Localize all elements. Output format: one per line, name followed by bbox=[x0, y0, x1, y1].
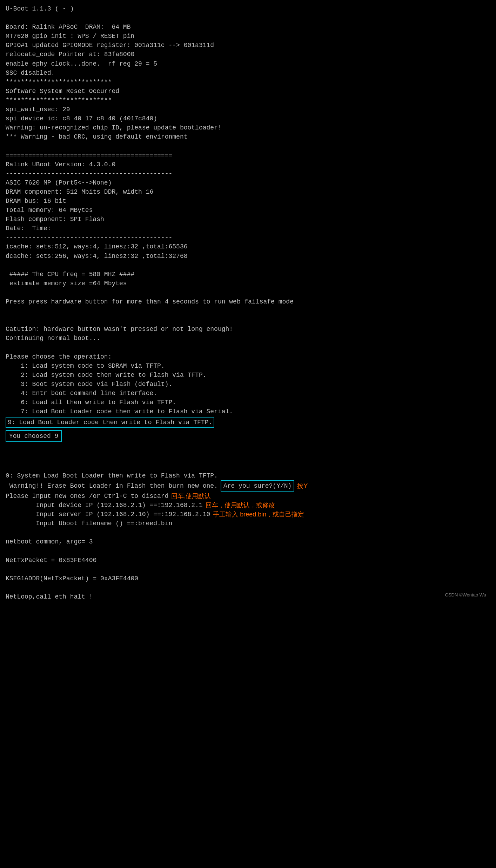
csdn-watermark: CSDN ©Wentao Wu bbox=[445, 592, 486, 599]
blank-line8 bbox=[6, 443, 490, 453]
memory-size-line: estimate memory size =64 Mbytes bbox=[6, 279, 490, 288]
warning-erase-text: Warning!! Erase Boot Loader in Flash the… bbox=[6, 481, 218, 490]
blank-line bbox=[6, 13, 490, 22]
press-hardware-line: Press press hardware button for more tha… bbox=[6, 297, 490, 306]
separator1-line: ========================================… bbox=[6, 151, 490, 160]
blank-line3 bbox=[6, 261, 490, 270]
dram-component-line: DRAM component: 512 Mbits DDR, width 16 bbox=[6, 187, 490, 196]
menu-item-1: 1: Load system code to SDRAM via TFTP. bbox=[6, 361, 490, 370]
blank-line13 bbox=[6, 565, 490, 574]
separator3-line: ----------------------------------------… bbox=[6, 233, 490, 242]
warning-chip-line: Warning: un-recognized chip ID, please u… bbox=[6, 123, 490, 132]
uboot-header-line: U-Boot 1.1.3 ( - ) bbox=[6, 4, 490, 13]
input-device-ip-text: Input device IP (192.168.2.1) ==:192.168… bbox=[6, 501, 203, 510]
you-choosed-text: You choosed 9 bbox=[6, 430, 62, 442]
blank-line12 bbox=[6, 546, 490, 555]
stars2-line: **************************** bbox=[6, 96, 490, 105]
continuing-line: Continuing normal boot... bbox=[6, 334, 490, 343]
annotation-line3: 回车，使用默认，或修改 bbox=[206, 501, 275, 510]
blank-line7 bbox=[6, 343, 490, 352]
kseg-line: KSEG1ADDR(NetTxPacket) = 0xA3FE4400 bbox=[6, 574, 490, 583]
annotation-line2: 回车,使用默认 bbox=[171, 492, 211, 501]
press-y-annotation: 按Y bbox=[297, 481, 308, 490]
blank-line11 bbox=[6, 528, 490, 537]
software-reset-line: Software System Reset Occurred bbox=[6, 87, 490, 96]
blank-line9 bbox=[6, 453, 490, 462]
are-you-sure-prompt: Are you sure?(Y/N) bbox=[221, 480, 294, 492]
ralink-uboot-line: Ralink UBoot Version: 4.3.0.0 bbox=[6, 160, 490, 169]
warning-crc-line: *** Warning - bad CRC, using default env… bbox=[6, 132, 490, 141]
menu-item-4: 4: Entr boot command line interface. bbox=[6, 389, 490, 398]
input-server-ip-row: Input server IP (192.168.2.10) ==:192.16… bbox=[6, 510, 490, 519]
asic-line: ASIC 7620_MP (Port5<-->None) bbox=[6, 178, 490, 187]
input-uboot-line: Input Uboot filename () ==:breed.bin bbox=[6, 519, 490, 528]
total-memory-line: Total memory: 64 MBytes bbox=[6, 206, 490, 215]
blank-line4 bbox=[6, 288, 490, 297]
menu-item-7: 7: Load Boot Loader code then write to F… bbox=[6, 407, 490, 416]
blank-line6 bbox=[6, 315, 490, 325]
menu-item-9-text: 9: Load Boot Loader code then write to F… bbox=[6, 417, 214, 428]
blank-line10 bbox=[6, 462, 490, 471]
please-choose-line: Please choose the operation: bbox=[6, 352, 490, 361]
netboot-line: netboot_common, argc= 3 bbox=[6, 537, 490, 546]
gpiomode-line: GPIO#1 updated GPIOMODE register: 001a31… bbox=[6, 41, 490, 50]
ephy-line: enable ephy clock...done. rf reg 29 = 5 bbox=[6, 59, 490, 68]
ssc-line: SSC disabled. bbox=[6, 68, 490, 78]
gpio-init-line: MT7620 gpio init : WPS / RESET pin bbox=[6, 32, 490, 41]
input-server-ip-text: Input server IP (192.168.2.10) ==:192.16… bbox=[6, 510, 210, 519]
spi-wait-line: spi_wait_nsec: 29 bbox=[6, 105, 490, 114]
board-line: Board: Ralink APSoC DRAM: 64 MB bbox=[6, 22, 490, 32]
blank-line5 bbox=[6, 306, 490, 315]
please-input-row: Please Input new ones /or Ctrl-C to disc… bbox=[6, 492, 490, 501]
annotation-line4: 手工输入 breed.bin，或自己指定 bbox=[213, 510, 304, 519]
input-device-ip-row: Input device IP (192.168.2.1) ==:192.168… bbox=[6, 501, 490, 510]
warning-are-you-sure-row: Warning!! Erase Boot Loader in Flash the… bbox=[6, 480, 490, 492]
you-choosed-container: You choosed 9 bbox=[6, 429, 490, 442]
flash-component-line: Flash component: SPI Flash bbox=[6, 215, 490, 224]
dcache-line: dcache: sets:256, ways:4, linesz:32 ,tot… bbox=[6, 252, 490, 261]
cpu-freq-line: ##### The CPU freq = 580 MHZ #### bbox=[6, 270, 490, 279]
separator2-line: ----------------------------------------… bbox=[6, 169, 490, 178]
netloop-line: NetLoop,call eth_halt ! bbox=[6, 592, 490, 601]
caution-line: Catution: hardware button wasn't pressed… bbox=[6, 325, 490, 334]
dram-bus-line: DRAM bus: 16 bit bbox=[6, 196, 490, 206]
icache-line: icache: sets:512, ways:4, linesz:32 ,tot… bbox=[6, 242, 490, 251]
stars1-line: **************************** bbox=[6, 78, 490, 87]
blank-line2 bbox=[6, 141, 490, 151]
boot-loader-9-line: 9: System Load Boot Loader then write to… bbox=[6, 471, 490, 480]
please-input-text: Please Input new ones /or Ctrl-C to disc… bbox=[6, 492, 168, 501]
date-time-line: Date: Time: bbox=[6, 224, 490, 233]
menu-item-2: 2: Load system code then write to Flash … bbox=[6, 370, 490, 380]
relocate-line: relocate_code Pointer at: 83fa8000 bbox=[6, 50, 490, 59]
nettxpacket-line: NetTxPacket = 0x83FE4400 bbox=[6, 556, 490, 565]
menu-item-9-highlighted: 9: Load Boot Loader code then write to F… bbox=[6, 417, 490, 428]
blank-line14 bbox=[6, 583, 490, 592]
spi-device-line: spi device id: c8 40 17 c8 40 (4017c840) bbox=[6, 114, 490, 123]
menu-item-3: 3: Boot system code via Flash (default). bbox=[6, 380, 490, 389]
menu-item-6: 6: Load all then write to Flash via TFTP… bbox=[6, 398, 490, 407]
